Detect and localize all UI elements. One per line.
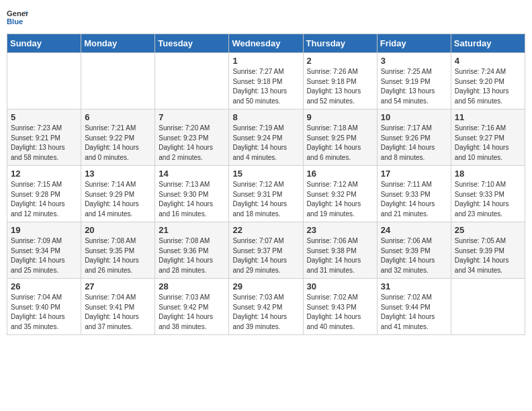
calendar-cell: 15Sunrise: 7:12 AMSunset: 9:31 PMDayligh… [229, 166, 303, 222]
svg-text:General: General [7, 9, 28, 17]
day-info: Sunrise: 7:25 AMSunset: 9:19 PMDaylight:… [381, 67, 447, 106]
day-number: 15 [232, 169, 299, 179]
calendar-table: SundayMondayTuesdayWednesdayThursdayFrid… [7, 34, 525, 335]
calendar-cell: 29Sunrise: 7:03 AMSunset: 9:42 PMDayligh… [229, 279, 303, 335]
calendar-cell: 28Sunrise: 7:03 AMSunset: 9:42 PMDayligh… [155, 279, 229, 335]
calendar-cell: 13Sunrise: 7:14 AMSunset: 9:29 PMDayligh… [81, 166, 155, 222]
day-number: 10 [381, 112, 447, 122]
day-info: Sunrise: 7:03 AMSunset: 9:42 PMDaylight:… [232, 293, 299, 332]
calendar-cell: 17Sunrise: 7:11 AMSunset: 9:33 PMDayligh… [377, 166, 451, 222]
day-number: 11 [455, 112, 521, 122]
calendar-cell: 3Sunrise: 7:25 AMSunset: 9:19 PMDaylight… [377, 53, 451, 109]
svg-text:Blue: Blue [7, 17, 23, 26]
day-number: 22 [232, 225, 299, 235]
calendar-cell: 24Sunrise: 7:06 AMSunset: 9:39 PMDayligh… [377, 222, 451, 279]
weekday-header-saturday: Saturday [451, 34, 525, 53]
calendar-cell: 19Sunrise: 7:09 AMSunset: 9:34 PMDayligh… [7, 222, 81, 279]
day-info: Sunrise: 7:19 AMSunset: 9:24 PMDaylight:… [232, 124, 299, 163]
calendar-cell: 14Sunrise: 7:13 AMSunset: 9:30 PMDayligh… [155, 166, 229, 222]
calendar-cell [7, 53, 81, 109]
day-info: Sunrise: 7:15 AMSunset: 9:28 PMDaylight:… [11, 180, 77, 219]
calendar-week-row: 12Sunrise: 7:15 AMSunset: 9:28 PMDayligh… [7, 166, 525, 222]
day-number: 9 [307, 112, 373, 122]
day-info: Sunrise: 7:03 AMSunset: 9:42 PMDaylight:… [159, 293, 225, 332]
calendar-week-row: 19Sunrise: 7:09 AMSunset: 9:34 PMDayligh… [7, 222, 525, 279]
logo: General Blue [7, 7, 28, 28]
calendar-week-row: 5Sunrise: 7:23 AMSunset: 9:21 PMDaylight… [7, 109, 525, 166]
day-number: 13 [85, 169, 151, 179]
day-info: Sunrise: 7:12 AMSunset: 9:32 PMDaylight:… [307, 180, 373, 219]
calendar-cell: 23Sunrise: 7:06 AMSunset: 9:38 PMDayligh… [303, 222, 377, 279]
calendar-cell: 1Sunrise: 7:27 AMSunset: 9:18 PMDaylight… [229, 53, 303, 109]
day-number: 26 [11, 281, 77, 291]
day-info: Sunrise: 7:02 AMSunset: 9:44 PMDaylight:… [381, 293, 447, 332]
calendar-cell [155, 53, 229, 109]
day-number: 24 [381, 225, 447, 235]
page-header: General Blue [7, 7, 525, 28]
weekday-header-tuesday: Tuesday [155, 34, 229, 53]
calendar-cell: 26Sunrise: 7:04 AMSunset: 9:40 PMDayligh… [7, 279, 81, 335]
day-info: Sunrise: 7:07 AMSunset: 9:37 PMDaylight:… [232, 236, 299, 275]
day-info: Sunrise: 7:06 AMSunset: 9:38 PMDaylight:… [307, 236, 373, 275]
day-number: 4 [455, 56, 521, 66]
day-info: Sunrise: 7:21 AMSunset: 9:22 PMDaylight:… [85, 124, 151, 163]
calendar-cell: 6Sunrise: 7:21 AMSunset: 9:22 PMDaylight… [81, 109, 155, 166]
day-number: 25 [455, 225, 521, 235]
weekday-header-thursday: Thursday [303, 34, 377, 53]
day-info: Sunrise: 7:04 AMSunset: 9:40 PMDaylight:… [11, 293, 77, 332]
weekday-header-monday: Monday [81, 34, 155, 53]
day-number: 20 [85, 225, 151, 235]
day-info: Sunrise: 7:18 AMSunset: 9:25 PMDaylight:… [307, 124, 373, 163]
calendar-cell: 31Sunrise: 7:02 AMSunset: 9:44 PMDayligh… [377, 279, 451, 335]
calendar-cell: 2Sunrise: 7:26 AMSunset: 9:18 PMDaylight… [303, 53, 377, 109]
calendar-cell: 30Sunrise: 7:02 AMSunset: 9:43 PMDayligh… [303, 279, 377, 335]
calendar-cell: 7Sunrise: 7:20 AMSunset: 9:23 PMDaylight… [155, 109, 229, 166]
day-number: 1 [232, 56, 299, 66]
calendar-cell [451, 279, 525, 335]
day-number: 8 [232, 112, 299, 122]
calendar-cell: 27Sunrise: 7:04 AMSunset: 9:41 PMDayligh… [81, 279, 155, 335]
weekday-header-sunday: Sunday [7, 34, 81, 53]
day-info: Sunrise: 7:24 AMSunset: 9:20 PMDaylight:… [455, 67, 521, 106]
day-info: Sunrise: 7:06 AMSunset: 9:39 PMDaylight:… [381, 236, 447, 275]
logo-icon: General Blue [7, 7, 28, 28]
day-number: 30 [307, 281, 373, 291]
day-info: Sunrise: 7:08 AMSunset: 9:35 PMDaylight:… [85, 236, 151, 275]
day-number: 2 [307, 56, 373, 66]
calendar-cell: 11Sunrise: 7:16 AMSunset: 9:27 PMDayligh… [451, 109, 525, 166]
day-info: Sunrise: 7:26 AMSunset: 9:18 PMDaylight:… [307, 67, 373, 106]
weekday-header-friday: Friday [377, 34, 451, 53]
day-info: Sunrise: 7:02 AMSunset: 9:43 PMDaylight:… [307, 293, 373, 332]
day-number: 17 [381, 169, 447, 179]
weekday-header-row: SundayMondayTuesdayWednesdayThursdayFrid… [7, 34, 525, 53]
day-info: Sunrise: 7:10 AMSunset: 9:33 PMDaylight:… [455, 180, 521, 219]
day-number: 28 [159, 281, 225, 291]
calendar-cell: 21Sunrise: 7:08 AMSunset: 9:36 PMDayligh… [155, 222, 229, 279]
day-info: Sunrise: 7:20 AMSunset: 9:23 PMDaylight:… [159, 124, 225, 163]
calendar-cell: 20Sunrise: 7:08 AMSunset: 9:35 PMDayligh… [81, 222, 155, 279]
calendar-cell: 12Sunrise: 7:15 AMSunset: 9:28 PMDayligh… [7, 166, 81, 222]
day-number: 31 [381, 281, 447, 291]
calendar-cell: 9Sunrise: 7:18 AMSunset: 9:25 PMDaylight… [303, 109, 377, 166]
day-number: 23 [307, 225, 373, 235]
day-number: 29 [232, 281, 299, 291]
day-number: 18 [455, 169, 521, 179]
day-number: 16 [307, 169, 373, 179]
calendar-cell: 5Sunrise: 7:23 AMSunset: 9:21 PMDaylight… [7, 109, 81, 166]
calendar-cell: 10Sunrise: 7:17 AMSunset: 9:26 PMDayligh… [377, 109, 451, 166]
day-info: Sunrise: 7:09 AMSunset: 9:34 PMDaylight:… [11, 236, 77, 275]
calendar-cell [81, 53, 155, 109]
day-info: Sunrise: 7:12 AMSunset: 9:31 PMDaylight:… [232, 180, 299, 219]
day-number: 14 [159, 169, 225, 179]
day-number: 19 [11, 225, 77, 235]
day-info: Sunrise: 7:11 AMSunset: 9:33 PMDaylight:… [381, 180, 447, 219]
day-info: Sunrise: 7:05 AMSunset: 9:39 PMDaylight:… [455, 236, 521, 275]
day-number: 7 [159, 112, 225, 122]
day-info: Sunrise: 7:04 AMSunset: 9:41 PMDaylight:… [85, 293, 151, 332]
calendar-week-row: 26Sunrise: 7:04 AMSunset: 9:40 PMDayligh… [7, 279, 525, 335]
day-info: Sunrise: 7:16 AMSunset: 9:27 PMDaylight:… [455, 124, 521, 163]
day-number: 3 [381, 56, 447, 66]
day-number: 12 [11, 169, 77, 179]
calendar-cell: 18Sunrise: 7:10 AMSunset: 9:33 PMDayligh… [451, 166, 525, 222]
day-info: Sunrise: 7:17 AMSunset: 9:26 PMDaylight:… [381, 124, 447, 163]
